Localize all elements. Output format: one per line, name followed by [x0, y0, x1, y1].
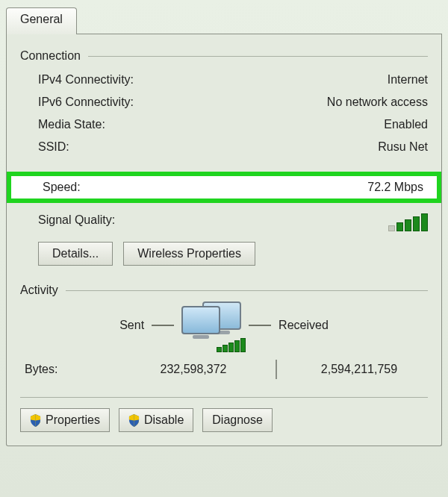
- signal-quality-label: Signal Quality:: [38, 213, 115, 231]
- speed-label: Speed:: [43, 181, 81, 194]
- row-duration-cutoff: [20, 160, 428, 172]
- tab-gap: [77, 7, 442, 34]
- details-button[interactable]: Details...: [38, 242, 113, 266]
- bytes-row: Bytes: 232,598,372 2,594,211,759: [20, 355, 428, 385]
- row-speed-highlight: Speed: 72.2 Mbps: [7, 172, 441, 203]
- properties-button[interactable]: Properties: [20, 408, 110, 432]
- wireless-properties-button[interactable]: Wireless Properties: [123, 242, 255, 266]
- diagnose-button[interactable]: Diagnose: [202, 408, 273, 432]
- tab-general[interactable]: General: [6, 7, 77, 34]
- ssid-value: Rusu Net: [378, 140, 428, 154]
- ipv4-label: IPv4 Connectivity:: [38, 73, 134, 87]
- row-ipv6: IPv6 Connectivity: No network access: [20, 93, 428, 115]
- divider: [88, 56, 428, 57]
- row-ipv4: IPv4 Connectivity: Internet: [20, 70, 428, 93]
- properties-button-label: Properties: [46, 413, 100, 427]
- signal-quality-bars-icon: [388, 213, 428, 231]
- tab-general-label: General: [20, 13, 63, 25]
- activity-received-label: Received: [279, 319, 329, 332]
- uac-shield-icon: [128, 414, 140, 427]
- bytes-caption: Bytes:: [25, 363, 129, 376]
- divider: [20, 397, 428, 398]
- dash-icon: [249, 325, 271, 326]
- row-signal-quality: Signal Quality:: [20, 210, 428, 237]
- media-state-value: Enabled: [384, 118, 428, 131]
- activity-header-label: Activity: [20, 284, 58, 297]
- network-computers-icon: [181, 304, 241, 346]
- details-button-label: Details...: [52, 247, 99, 260]
- divider: [66, 290, 428, 291]
- activity-group-header: Activity: [20, 284, 428, 297]
- speed-value: 72.2 Mbps: [367, 181, 423, 194]
- media-state-label: Media State:: [38, 118, 105, 131]
- ipv4-value: Internet: [388, 73, 428, 87]
- disable-button[interactable]: Disable: [119, 408, 193, 432]
- uac-shield-icon: [30, 414, 41, 427]
- ssid-label: SSID:: [38, 140, 69, 154]
- bytes-received-value: 2,594,211,759: [295, 363, 423, 376]
- ipv6-value: No network access: [327, 96, 428, 109]
- bytes-separator: [276, 360, 277, 379]
- signal-quality-mini-icon: [217, 338, 246, 352]
- row-media-state: Media State: Enabled: [20, 115, 428, 137]
- dash-icon: [152, 325, 174, 326]
- activity-sent-label: Sent: [119, 319, 144, 332]
- diagnose-button-label: Diagnose: [212, 413, 263, 427]
- connection-group-header: Connection: [20, 49, 428, 63]
- properties-panel: Connection IPv4 Connectivity: Internet I…: [6, 34, 442, 446]
- bytes-sent-value: 232,598,372: [129, 363, 258, 376]
- disable-button-label: Disable: [144, 413, 184, 427]
- ipv6-label: IPv6 Connectivity:: [38, 96, 134, 109]
- wireless-properties-button-label: Wireless Properties: [137, 247, 241, 260]
- activity-graphic: Sent Received: [20, 304, 428, 346]
- connection-header-label: Connection: [20, 49, 81, 63]
- row-ssid: SSID: Rusu Net: [20, 137, 428, 160]
